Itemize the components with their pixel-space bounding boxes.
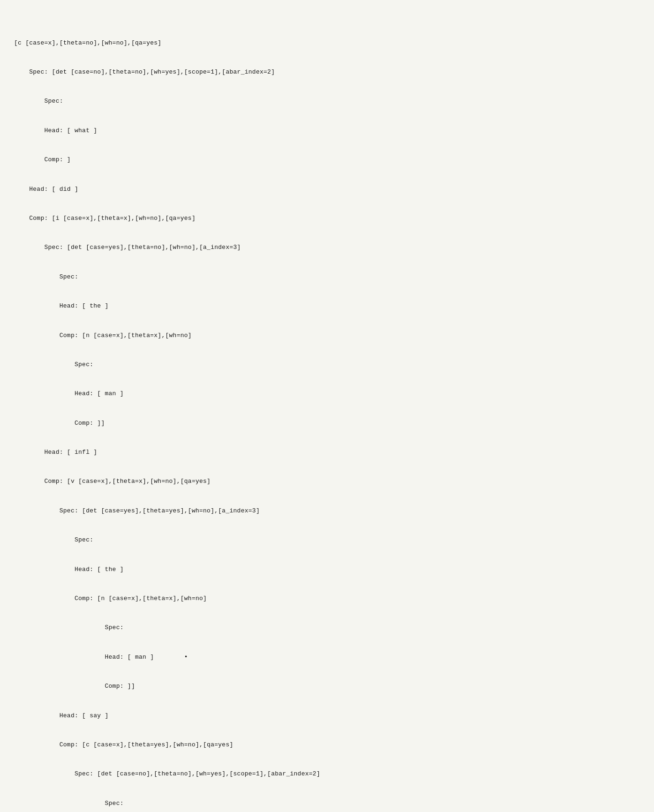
line-15: Head: [ infl ] (14, 448, 640, 458)
line-5: Comp: ] (14, 155, 640, 165)
line-4: Head: [ what ] (14, 126, 640, 136)
line-24: Head: [ say ] (14, 711, 640, 721)
line-19: Head: [ the ] (14, 565, 640, 575)
line-22: Head: [ man ] • (14, 653, 640, 662)
line-13: Head: [ man ] (14, 389, 640, 399)
line-1: [c [case=x],[theta=no],[wh=no],[qa=yes] (14, 38, 640, 48)
line-9: Spec: (14, 272, 640, 282)
line-25: Comp: [c [case=x],[theta=yes],[wh=no],[q… (14, 740, 640, 750)
line-14: Comp: ]] (14, 419, 640, 429)
line-18: Spec: (14, 535, 640, 545)
line-7: Comp: [i [case=x],[theta=x],[wh=no],[qa=… (14, 214, 640, 224)
line-17: Spec: [det [case=yes],[theta=yes],[wh=no… (14, 506, 640, 516)
line-27: Spec: (14, 799, 640, 809)
line-12: Spec: (14, 360, 640, 370)
line-2: Spec: [det [case=no],[theta=no],[wh=yes]… (14, 68, 640, 77)
line-8: Spec: [det [case=yes],[theta=no],[wh=no]… (14, 243, 640, 253)
line-6: Head: [ did ] (14, 185, 640, 195)
code-display: [c [case=x],[theta=no],[wh=no],[qa=yes] … (14, 19, 640, 812)
line-21: Spec: (14, 623, 640, 633)
line-23: Comp: ]] (14, 682, 640, 692)
line-11: Comp: [n [case=x],[theta=x],[wh=no] (14, 331, 640, 341)
line-3: Spec: (14, 97, 640, 106)
line-16: Comp: [v [case=x],[theta=x],[wh=no],[qa=… (14, 477, 640, 487)
line-26: Spec: [det [case=no],[theta=no],[wh=yes]… (14, 769, 640, 779)
line-10: Head: [ the ] (14, 301, 640, 311)
line-20: Comp: [n [case=x],[theta=x],[wh=no] (14, 594, 640, 604)
